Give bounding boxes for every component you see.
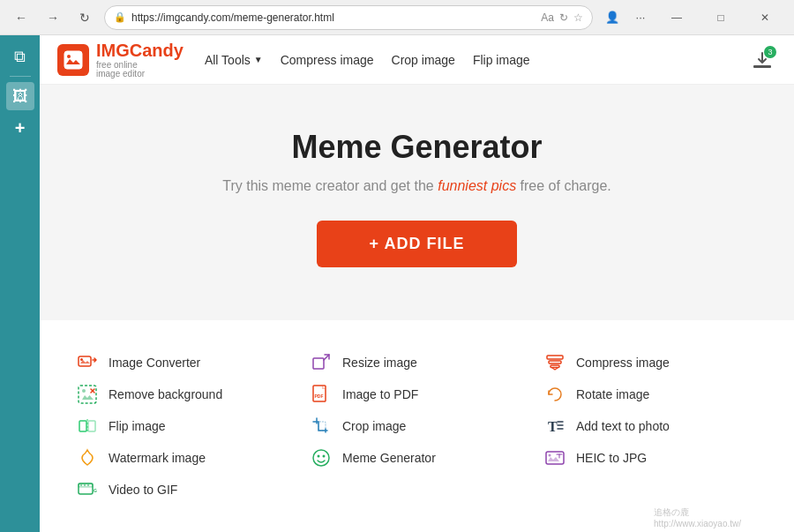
sidebar-divider xyxy=(10,76,31,77)
browser-actions: 👤 ··· — □ ✕ xyxy=(600,5,785,30)
close-button[interactable]: ✕ xyxy=(745,5,785,30)
svg-text:GIF: GIF xyxy=(94,488,97,493)
compress-image-icon xyxy=(543,350,567,375)
add-text-to-photo-label: Add text to photo xyxy=(576,419,670,433)
tool-resize-image[interactable]: Resize image xyxy=(309,347,525,378)
svg-rect-9 xyxy=(79,421,86,431)
address-bar[interactable]: 🔒 https://imgcandy.com/meme-generator.ht… xyxy=(104,5,593,30)
video-to-gif-label: Video to GIF xyxy=(109,483,177,497)
flip-link[interactable]: Flip image xyxy=(473,53,530,67)
compress-link[interactable]: Compress image xyxy=(281,53,374,67)
all-tools-link[interactable]: All Tools ▼ xyxy=(205,53,263,67)
svg-rect-27 xyxy=(549,361,561,363)
image-converter-icon xyxy=(75,350,100,375)
svg-point-1 xyxy=(67,55,71,58)
profile-button[interactable]: 👤 xyxy=(600,5,625,30)
crop-image-label: Crop image xyxy=(342,419,406,433)
svg-rect-10 xyxy=(88,421,95,431)
browser-titlebar: ← → ↻ 🔒 https://imgcandy.com/meme-genera… xyxy=(0,0,794,35)
watermark-image-label: Watermark image xyxy=(109,451,206,465)
tool-image-to-pdf[interactable]: PDF Image to PDF xyxy=(309,378,525,410)
tool-heic-to-jpg[interactable]: HEIC to JPG xyxy=(543,442,759,474)
resize-image-icon xyxy=(309,350,333,375)
logo-sub: free online image editor xyxy=(96,61,184,79)
svg-rect-15 xyxy=(80,484,82,486)
tools-grid: Image Converter Remove b xyxy=(75,347,759,506)
svg-rect-26 xyxy=(547,356,563,359)
svg-text:PDF: PDF xyxy=(315,393,324,399)
tool-watermark-image[interactable]: Watermark image xyxy=(75,442,291,474)
svg-text:T: T xyxy=(548,419,558,434)
tool-compress-image[interactable]: Compress image xyxy=(543,347,759,378)
tool-add-text-to-photo[interactable]: T Add text to photo xyxy=(543,410,759,442)
tool-meme-generator[interactable]: Meme Generator xyxy=(309,442,525,474)
svg-point-23 xyxy=(313,450,329,466)
browser-sidebar: ⧉ 🖼 + xyxy=(0,35,40,532)
svg-rect-28 xyxy=(551,365,559,368)
crop-image-icon xyxy=(309,414,333,438)
hero-title: Meme Generator xyxy=(57,129,776,166)
heic-to-jpg-icon xyxy=(543,446,567,470)
site-nav: IMGCandy free online image editor All To… xyxy=(40,35,794,85)
rotate-image-label: Rotate image xyxy=(576,387,649,401)
add-file-button[interactable]: + ADD FILE xyxy=(317,221,518,267)
rotate-image-icon xyxy=(543,382,567,407)
flip-image-icon xyxy=(75,414,100,438)
svg-point-4 xyxy=(80,358,83,361)
page-content: IMGCandy free online image editor All To… xyxy=(40,35,794,532)
forward-button[interactable]: → xyxy=(41,5,65,30)
maximize-button[interactable]: □ xyxy=(700,5,741,30)
hero-section: Meme Generator Try this meme creator and… xyxy=(40,85,794,320)
minimize-button[interactable]: — xyxy=(656,5,697,30)
crop-link[interactable]: Crop image xyxy=(392,53,455,67)
svg-rect-17 xyxy=(87,484,89,486)
svg-point-25 xyxy=(323,455,326,458)
tool-image-converter[interactable]: Image Converter xyxy=(75,347,291,378)
tool-crop-image[interactable]: Crop image xyxy=(309,410,525,442)
remove-background-icon xyxy=(75,382,100,407)
lock-icon: 🔒 xyxy=(114,11,126,23)
svg-rect-22 xyxy=(318,422,326,431)
download-badge: 3 xyxy=(764,46,776,58)
refresh-icon: ↻ xyxy=(559,11,568,24)
image-to-pdf-label: Image to PDF xyxy=(342,387,418,401)
svg-rect-2 xyxy=(753,65,771,68)
refresh-button[interactable]: ↻ xyxy=(72,5,97,30)
tool-flip-image[interactable]: Flip image xyxy=(75,410,291,442)
download-button[interactable]: 3 xyxy=(748,46,776,74)
more-button[interactable]: ··· xyxy=(628,5,653,30)
image-to-pdf-icon: PDF xyxy=(309,382,333,407)
sidebar-image-icon[interactable]: 🖼 xyxy=(6,82,34,110)
hero-subtitle: Try this meme creator and get the funnie… xyxy=(57,178,776,194)
dropdown-arrow-icon: ▼ xyxy=(254,55,263,64)
svg-rect-0 xyxy=(64,51,82,69)
read-mode-icon: Aa xyxy=(541,11,554,24)
video-to-gif-icon: GIF xyxy=(75,477,100,502)
tools-column-2: Resize image PDF Image to PDF xyxy=(309,347,525,506)
svg-rect-5 xyxy=(79,386,96,403)
meme-generator-label: Meme Generator xyxy=(342,451,436,465)
logo-icon xyxy=(57,44,89,76)
logo-text: IMGCandy free online image editor xyxy=(96,41,184,79)
resize-image-label: Resize image xyxy=(342,356,417,370)
tools-column-1: Image Converter Remove b xyxy=(75,347,291,506)
tool-video-to-gif[interactable]: GIF Video to GIF xyxy=(75,474,291,506)
tools-section: Image Converter Remove b xyxy=(40,320,794,523)
sidebar-copy-icon[interactable]: ⧉ xyxy=(6,42,34,71)
nav-links: All Tools ▼ Compress image Crop image Fl… xyxy=(205,53,748,67)
heic-to-jpg-label: HEIC to JPG xyxy=(576,451,647,465)
tool-remove-background[interactable]: Remove background xyxy=(75,378,291,410)
svg-rect-3 xyxy=(79,356,91,366)
sidebar-add-icon[interactable]: + xyxy=(6,114,34,142)
browser-body: ⧉ 🖼 + IMGCandy xyxy=(0,35,794,532)
tool-rotate-image[interactable]: Rotate image xyxy=(543,378,759,410)
meme-generator-icon xyxy=(309,446,333,470)
add-text-icon: T xyxy=(543,414,567,438)
svg-point-6 xyxy=(82,389,86,393)
watermark-image-icon xyxy=(75,446,100,470)
watermark: 追格の鹿 http://www.xiaoyao.tw/ xyxy=(654,506,741,528)
svg-rect-19 xyxy=(313,358,324,369)
back-button[interactable]: ← xyxy=(9,5,34,30)
url-text: https://imgcandy.com/meme-generator.html xyxy=(131,11,536,24)
star-icon: ☆ xyxy=(573,11,583,24)
